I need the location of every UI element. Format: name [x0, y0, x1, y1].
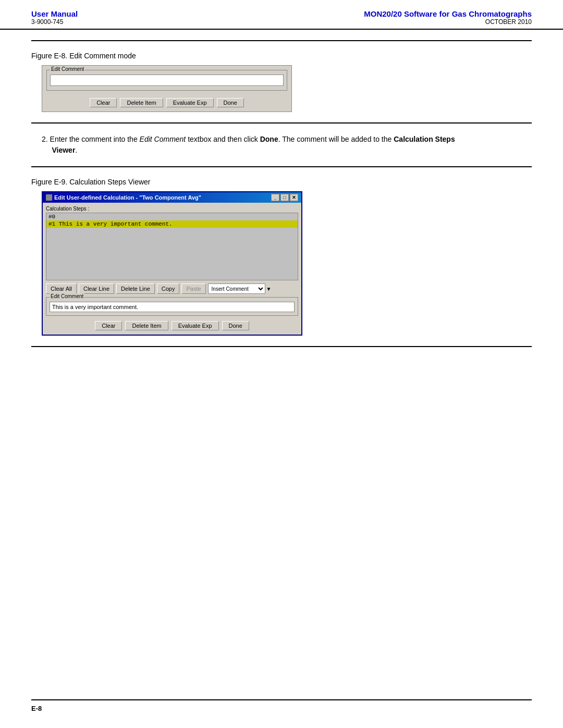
- done-button[interactable]: Done: [217, 98, 244, 107]
- footer-hr: [31, 699, 532, 700]
- calc-done-button[interactable]: Done: [222, 321, 249, 330]
- figure-e9-label: Figure E-9. Calculation Steps Viewer: [31, 178, 532, 186]
- insert-comment-select[interactable]: Insert Comment: [208, 283, 265, 294]
- maximize-button[interactable]: □: [280, 194, 289, 201]
- calc-step-0: #0: [46, 213, 298, 220]
- calc-steps-window: Edit User-defined Calculation - "Two Com…: [42, 191, 302, 336]
- calc-delete-item-button[interactable]: Delete Item: [125, 321, 168, 330]
- paragraph-italic: Edit Comment: [140, 135, 186, 143]
- calc-clear-button[interactable]: Clear: [95, 321, 122, 330]
- delete-line-button[interactable]: Delete Line: [116, 283, 155, 294]
- minimize-button[interactable]: _: [271, 194, 279, 201]
- header-left-title: User Manual: [31, 9, 78, 18]
- titlebar-controls: _ □ ✕: [271, 194, 298, 201]
- calc-steps-area[interactable]: #0 #1 This is a very important comment.: [46, 213, 298, 280]
- paragraph-number: 2.: [42, 135, 48, 143]
- edit-comment-group-label: Edit Comment: [50, 66, 85, 72]
- edit-comment-buttons: Clear Delete Item Evaluate Exp Done: [42, 95, 291, 112]
- calc-steps-label: Calculation Steps :: [46, 206, 298, 212]
- delete-item-button[interactable]: Delete Item: [120, 98, 163, 107]
- calc-body: Calculation Steps : #0 #1 This is a very…: [43, 203, 301, 335]
- page-number: E-8: [31, 705, 532, 712]
- calc-evaluate-exp-button[interactable]: Evaluate Exp: [172, 321, 219, 330]
- calc-titlebar-left: Edit User-defined Calculation - "Two Com…: [46, 194, 201, 201]
- header-left-subtitle: 3-9000-745: [31, 18, 78, 26]
- edit-comment-textbox-calc[interactable]: [50, 302, 295, 312]
- calc-titlebar: Edit User-defined Calculation - "Two Com…: [43, 192, 301, 203]
- edit-comment-textbox[interactable]: [50, 75, 284, 86]
- clear-line-button[interactable]: Clear Line: [79, 283, 114, 294]
- clear-all-button[interactable]: Clear All: [46, 283, 77, 294]
- page-footer: E-8: [0, 699, 563, 712]
- dropdown-arrow-icon: ▼: [266, 286, 272, 292]
- section-divider-mid1: [31, 122, 532, 124]
- body-paragraph: 2. Enter the comment into the Edit Comme…: [31, 134, 532, 156]
- edit-comment-group-calc: Edit Comment: [46, 297, 298, 316]
- header-left: User Manual 3-9000-745: [31, 9, 78, 26]
- paragraph-text-before: Enter the comment into the: [50, 135, 140, 143]
- figure-e8-label: Figure E-8. Edit Comment mode: [31, 52, 532, 60]
- close-button[interactable]: ✕: [290, 194, 298, 201]
- header-right: MON20/20 Software for Gas Chromatographs…: [364, 9, 532, 26]
- edit-comment-group: Edit Comment: [46, 70, 287, 91]
- evaluate-exp-button[interactable]: Evaluate Exp: [166, 98, 214, 107]
- figure-e9-section: Figure E-9. Calculation Steps Viewer Edi…: [31, 167, 532, 346]
- clear-button[interactable]: Clear: [90, 98, 117, 107]
- paste-button[interactable]: Paste: [181, 283, 205, 294]
- figure-e8-section: Figure E-8. Edit Comment mode Edit Comme…: [31, 41, 532, 122]
- calc-action-buttons: Clear All Clear Line Delete Line Copy Pa…: [46, 283, 298, 294]
- page-header: User Manual 3-9000-745 MON20/20 Software…: [0, 0, 563, 30]
- calc-bottom-buttons: Clear Delete Item Evaluate Exp Done: [46, 318, 298, 331]
- copy-button[interactable]: Copy: [157, 283, 180, 294]
- calc-window-title: Edit User-defined Calculation - "Two Com…: [54, 194, 201, 201]
- window-icon: [46, 194, 52, 201]
- paragraph-bold-done: Done: [260, 135, 278, 143]
- header-right-subtitle: OCTOBER 2010: [364, 18, 532, 26]
- section-divider-bottom: [31, 346, 532, 347]
- edit-comment-group-label-calc: Edit Comment: [50, 293, 84, 299]
- edit-comment-dialog: Edit Comment Clear Delete Item Evaluate …: [42, 65, 292, 112]
- insert-comment-dropdown: Insert Comment ▼: [208, 283, 272, 294]
- calc-step-1: #1 This is a very important comment.: [46, 220, 298, 228]
- header-right-title: MON20/20 Software for Gas Chromatographs: [364, 9, 532, 18]
